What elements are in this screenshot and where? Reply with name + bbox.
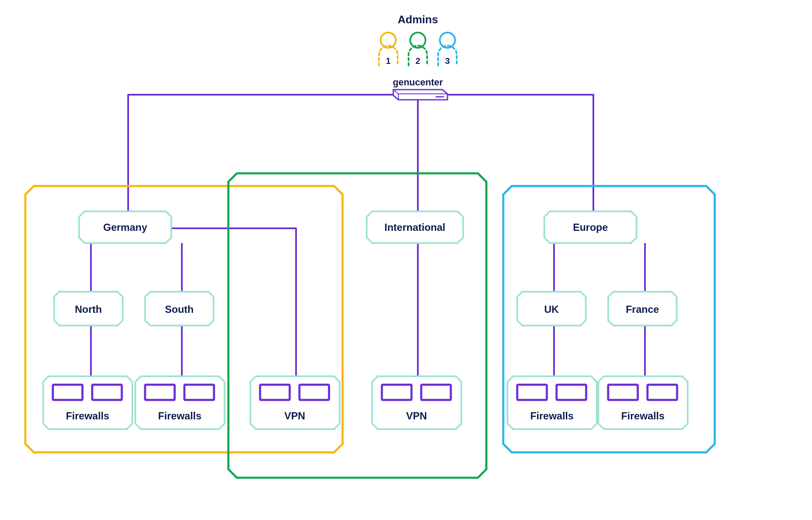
label-south: South <box>165 304 194 315</box>
label-firewalls-uk: Firewalls <box>530 410 574 421</box>
label-firewalls-north: Firewalls <box>66 410 110 421</box>
label-europe: Europe <box>573 222 608 233</box>
label-firewalls-south: Firewalls <box>158 410 202 421</box>
server-icon <box>393 90 447 100</box>
network-diagram: Admins 1 2 3 genucenter <box>0 0 812 520</box>
label-vpn-2: VPN <box>406 410 427 421</box>
label-firewalls-france: Firewalls <box>621 410 665 421</box>
label-uk: UK <box>544 304 559 315</box>
label-international: International <box>384 222 445 233</box>
admins-title: Admins <box>398 13 438 26</box>
admins-group: Admins 1 2 3 <box>379 13 457 66</box>
admin-icon-1: 1 <box>379 33 398 66</box>
genucenter-label: genucenter <box>393 77 443 88</box>
label-vpn-1: VPN <box>284 410 305 421</box>
label-france: France <box>626 304 659 315</box>
svg-text:1: 1 <box>386 56 390 66</box>
admin-icon-2: 2 <box>409 33 427 66</box>
admin-icon-3: 3 <box>438 33 457 66</box>
label-germany: Germany <box>103 222 148 233</box>
svg-text:3: 3 <box>445 56 450 66</box>
svg-text:2: 2 <box>415 56 420 66</box>
genucenter-device: genucenter <box>393 77 447 100</box>
label-north: North <box>75 304 102 315</box>
